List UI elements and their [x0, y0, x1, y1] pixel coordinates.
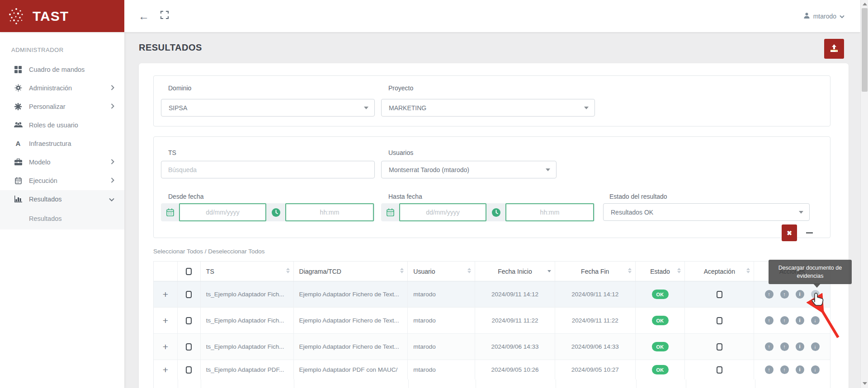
dominio-value: SIPSA [169, 104, 187, 112]
cell-usuario: mtarodo [408, 308, 475, 333]
sidebar-item-cuadro-de-mandos[interactable]: Cuadro de mandos [0, 60, 124, 79]
status-badge: OK [652, 290, 669, 299]
aceptacion-checkbox[interactable] [717, 343, 722, 351]
header-fecha-inicio[interactable]: Fecha Inicio [475, 262, 555, 281]
sidebar-item-modelo[interactable]: Modelo [0, 153, 124, 171]
sidebar-item-ejecucion[interactable]: Ejecución [0, 171, 124, 190]
ts-search-input[interactable] [161, 161, 375, 178]
scroll-down-icon[interactable] [863, 382, 867, 385]
clear-filters-button[interactable]: ✖ [782, 224, 797, 241]
desde-fecha-group [161, 203, 375, 221]
usuarios-label: Usuarios [388, 149, 413, 156]
info-icon[interactable]: i [796, 290, 804, 299]
status-badge: OK [652, 316, 669, 325]
expand-row-button[interactable]: + [163, 289, 168, 300]
proyecto-select[interactable]: MARKETING [381, 99, 595, 117]
usuarios-select[interactable]: Montserrat Tarodo (mtarodo) [381, 161, 557, 178]
desde-date-input[interactable] [179, 203, 266, 221]
sidebar-subitem-resultados[interactable]: Resultados [29, 215, 62, 222]
upload-result-icon[interactable]: ↑ [765, 290, 774, 299]
sidebar-item-roles-de-usuario[interactable]: Roles de usuario [0, 116, 124, 134]
fullscreen-icon[interactable] [160, 11, 169, 21]
header-usuario[interactable]: Usuario [408, 262, 475, 281]
cell-ts: ts_Ejemplo Adaptador PDF... [201, 360, 294, 379]
upload-button[interactable] [824, 39, 844, 59]
cell-fecha-inicio: 2024/09/11 14:12 [475, 281, 555, 307]
header-ts[interactable]: TS [201, 262, 294, 281]
expand-row-button[interactable]: + [163, 365, 168, 375]
sidebar-item-infraestructura[interactable]: A Infraestructura [0, 134, 124, 153]
ts-label: TS [168, 149, 176, 156]
proyecto-label: Proyecto [388, 84, 413, 92]
chevron-down-icon [546, 168, 550, 171]
user-menu[interactable]: mtarodo [803, 10, 844, 22]
upload-evidence-icon[interactable]: ↑ [780, 342, 789, 351]
scroll-up-icon[interactable] [863, 3, 867, 5]
sidebar-item-resultados[interactable]: Resultados [0, 190, 124, 208]
gear-icon [14, 84, 23, 92]
upload-evidence-icon[interactable]: ↑ [780, 365, 789, 374]
select-all-checkbox[interactable] [186, 268, 192, 275]
dominio-select[interactable]: SIPSA [161, 99, 375, 117]
proyecto-value: MARKETING [389, 104, 426, 112]
back-icon[interactable]: ← [138, 10, 149, 23]
sort-icon [400, 268, 404, 273]
cell-ts: ts_Ejemplo Adaptador Fich... [201, 334, 294, 360]
users-icon [14, 122, 23, 128]
select-all-link[interactable]: Seleccionar Todos / Deseleccionar Todos [153, 248, 264, 255]
upload-evidence-icon[interactable]: ↑ [780, 316, 789, 325]
info-icon[interactable]: i [796, 342, 804, 351]
cell-ts: ts_Ejemplo Adaptador Fich... [201, 308, 294, 333]
download-evidence-icon[interactable]: ↓ [811, 365, 820, 374]
app-logo[interactable]: TAST [0, 0, 124, 32]
expand-row-button[interactable]: + [163, 315, 168, 326]
info-icon[interactable]: i [796, 316, 804, 325]
row-checkbox[interactable] [186, 366, 192, 374]
info-icon[interactable]: i [796, 365, 804, 374]
aceptacion-checkbox[interactable] [717, 291, 722, 298]
upload-evidence-icon[interactable]: ↑ [780, 290, 789, 299]
download-evidence-icon[interactable]: ↓ [811, 290, 820, 299]
hasta-time-input[interactable] [505, 203, 594, 221]
row-checkbox[interactable] [186, 343, 192, 351]
chevron-right-icon [111, 84, 114, 92]
row-checkbox[interactable] [186, 291, 192, 298]
chevron-right-icon [111, 158, 114, 166]
cell-fecha-fin: 2024/09/11 14:12 [555, 281, 636, 307]
clock-icon[interactable] [266, 208, 285, 217]
expand-row-button[interactable]: + [163, 341, 168, 352]
header-estado[interactable]: Estado [636, 262, 685, 281]
header-fecha-fin[interactable]: Fecha Fin [555, 262, 636, 281]
sort-icon [746, 268, 750, 273]
row-checkbox[interactable] [186, 317, 192, 324]
page-title: RESULTADOS [139, 42, 202, 53]
collapse-filters-icon[interactable] [806, 232, 813, 234]
sidebar-item-administracion[interactable]: Administración [0, 79, 124, 97]
cell-fecha-inicio: 2024/09/11 11:22 [475, 308, 555, 333]
clock-icon[interactable] [486, 208, 505, 217]
download-evidence-icon[interactable]: ↓ [811, 342, 820, 351]
vertical-scrollbar[interactable] [860, 0, 868, 388]
sidebar: ADMINISTRADOR Cuadro de mandos Administr… [0, 32, 124, 388]
estado-resultado-select[interactable]: Resultados OK [603, 203, 810, 221]
header-aceptacion[interactable]: Aceptación [685, 262, 754, 281]
sidebar-item-personalizar[interactable]: Personalizar [0, 97, 124, 116]
header-diagrama[interactable]: Diagrama/TCD [294, 262, 408, 281]
cell-diagrama: Ejemplo Adaptador Fichero de Text... [294, 308, 408, 333]
scrollbar-thumb[interactable] [862, 8, 868, 92]
upload-result-icon[interactable]: ↑ [765, 342, 774, 351]
upload-result-icon[interactable]: ↑ [765, 316, 774, 325]
hasta-date-input[interactable] [399, 203, 486, 221]
download-evidence-icon[interactable]: ↓ [811, 316, 820, 325]
table-row: + ts_Ejemplo Adaptador PDF... Ejemplo Ad… [154, 360, 830, 380]
chevron-down-icon [799, 211, 803, 214]
table-row: + ts_Ejemplo Adaptador Fich... Ejemplo A… [154, 334, 830, 360]
sidebar-item-label: Roles de usuario [29, 122, 78, 129]
chevron-down-icon [109, 195, 114, 203]
desde-time-input[interactable] [285, 203, 374, 221]
aceptacion-checkbox[interactable] [717, 366, 722, 374]
aceptacion-checkbox[interactable] [717, 317, 722, 324]
upload-result-icon[interactable]: ↑ [765, 365, 774, 374]
calendar-icon[interactable] [161, 208, 179, 216]
calendar-icon[interactable] [381, 208, 399, 216]
